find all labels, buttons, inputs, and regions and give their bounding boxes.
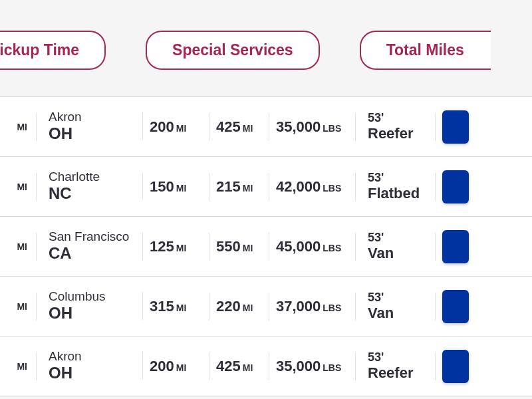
trailer-cell: 53' Van: [356, 231, 436, 261]
lead-miles-cell: MI: [0, 241, 37, 252]
trailer-cell: 53' Reefer: [356, 351, 436, 381]
action-button[interactable]: [442, 110, 469, 144]
filter-pickup-time[interactable]: Pickup Time: [0, 31, 106, 70]
weight-cell: 45,000LBS: [269, 238, 356, 255]
miles-1-value: 150: [150, 178, 174, 196]
miles-1-cell: 200MI: [143, 118, 209, 136]
weight-value: 35,000: [276, 118, 321, 136]
destination-cell: Akron OH: [37, 110, 143, 142]
state-label: CA: [49, 244, 136, 263]
miles-2-cell: 220MI: [209, 298, 269, 315]
lead-miles-cell: MI: [0, 122, 37, 132]
miles-2-value: 550: [216, 238, 241, 255]
trailer-length: 53': [368, 231, 429, 245]
miles-1-cell: 200MI: [143, 358, 209, 375]
mi-unit: MI: [17, 122, 27, 132]
miles-1-value: 125: [150, 238, 174, 255]
mi-unit: MI: [17, 361, 27, 372]
trailer-length: 53': [368, 291, 429, 305]
action-button[interactable]: [442, 290, 469, 323]
trailer-cell: 53' Reefer: [356, 112, 436, 142]
trailer-length: 53': [368, 351, 429, 364]
filter-bar: Pickup Time Special Services Total Miles: [0, 0, 532, 96]
miles-2-value: 425: [216, 118, 241, 136]
trailer-length: 53': [368, 172, 429, 185]
miles-1-value: 200: [150, 118, 174, 136]
state-label: OH: [49, 364, 136, 382]
mi-unit: MI: [243, 362, 253, 373]
miles-1-cell: 125MI: [143, 238, 209, 255]
lbs-unit: LBS: [323, 362, 341, 373]
trailer-length: 53': [368, 112, 429, 125]
action-cell: [436, 110, 532, 144]
load-table: MI Akron OH 200MI 425MI 35,000LBS 53' Re…: [0, 96, 532, 396]
weight-cell: 37,000LBS: [269, 298, 356, 315]
action-cell: [436, 230, 532, 263]
city-label: Akron: [49, 350, 136, 364]
miles-2-cell: 215MI: [209, 178, 269, 196]
state-label: NC: [49, 184, 136, 203]
mi-unit: MI: [176, 303, 187, 313]
filter-special-services[interactable]: Special Services: [146, 31, 320, 70]
weight-value: 35,000: [276, 358, 321, 375]
trailer-cell: 53' Flatbed: [356, 172, 436, 201]
action-button[interactable]: [442, 350, 469, 383]
table-row: MI Charlotte NC 150MI 215MI 42,000LBS 53…: [0, 157, 532, 217]
table-row: MI San Francisco CA 125MI 550MI 45,000LB…: [0, 217, 532, 277]
lbs-unit: LBS: [323, 303, 341, 313]
miles-1-cell: 315MI: [143, 298, 209, 315]
lbs-unit: LBS: [323, 123, 341, 134]
lbs-unit: LBS: [323, 183, 341, 194]
trailer-type: Reefer: [368, 125, 429, 142]
mi-unit: MI: [243, 303, 253, 313]
mi-unit: MI: [176, 243, 187, 253]
trailer-type: Reefer: [368, 364, 429, 381]
action-cell: [436, 170, 532, 203]
miles-2-cell: 425MI: [209, 358, 269, 375]
mi-unit: MI: [243, 183, 253, 194]
weight-cell: 35,000LBS: [269, 358, 356, 375]
action-cell: [436, 290, 532, 323]
mi-unit: MI: [17, 182, 27, 192]
city-label: San Francisco: [49, 230, 136, 244]
city-label: Akron: [49, 110, 136, 124]
destination-cell: Akron OH: [37, 350, 143, 382]
table-row: MI Columbus OH 315MI 220MI 37,000LBS 53'…: [0, 277, 532, 336]
action-button[interactable]: [442, 230, 469, 263]
miles-1-cell: 150MI: [143, 178, 209, 196]
table-row: MI Akron OH 200MI 425MI 35,000LBS 53' Re…: [0, 97, 532, 157]
miles-1-value: 200: [150, 358, 174, 375]
miles-2-value: 425: [216, 358, 241, 375]
city-label: Columbus: [49, 290, 136, 304]
trailer-type: Flatbed: [368, 185, 429, 201]
filter-total-miles[interactable]: Total Miles: [360, 31, 491, 70]
weight-value: 45,000: [276, 238, 321, 255]
mi-unit: MI: [176, 123, 187, 134]
destination-cell: Charlotte NC: [37, 170, 143, 202]
lbs-unit: LBS: [323, 243, 341, 253]
mi-unit: MI: [243, 123, 253, 134]
miles-2-cell: 425MI: [209, 118, 269, 136]
action-button[interactable]: [442, 170, 469, 203]
state-label: OH: [49, 124, 136, 143]
mi-unit: MI: [176, 362, 187, 373]
trailer-cell: 53' Van: [356, 291, 436, 321]
miles-2-cell: 550MI: [209, 238, 269, 255]
lead-miles-cell: MI: [0, 361, 37, 372]
miles-2-value: 220: [216, 298, 241, 315]
mi-unit: MI: [17, 301, 27, 312]
weight-cell: 42,000LBS: [269, 178, 356, 196]
weight-cell: 35,000LBS: [269, 118, 356, 136]
mi-unit: MI: [176, 183, 187, 194]
weight-value: 37,000: [276, 298, 321, 315]
state-label: OH: [49, 304, 136, 323]
destination-cell: Columbus OH: [37, 290, 143, 322]
miles-2-value: 215: [216, 178, 241, 196]
table-row: MI Akron OH 200MI 425MI 35,000LBS 53' Re…: [0, 336, 532, 396]
trailer-type: Van: [368, 305, 429, 321]
miles-1-value: 315: [150, 298, 174, 315]
mi-unit: MI: [243, 243, 253, 253]
lead-miles-cell: MI: [0, 182, 37, 192]
action-cell: [436, 350, 532, 383]
lead-miles-cell: MI: [0, 301, 37, 312]
